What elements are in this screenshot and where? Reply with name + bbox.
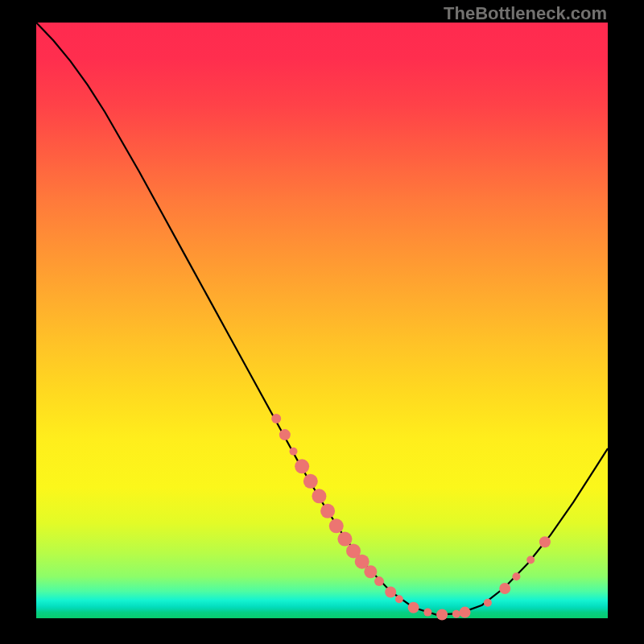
data-marker [512,572,520,580]
data-marker [337,532,352,547]
data-marker [374,576,384,586]
data-marker [364,565,377,578]
data-marker [436,609,448,621]
data-marker [408,602,419,613]
data-marker [303,474,318,489]
curve-path [36,23,608,615]
attribution-text: TheBottleneck.com [444,3,607,24]
data-marker [385,586,396,597]
data-marker [271,414,281,423]
data-marker [460,607,471,618]
data-marker [484,599,492,607]
data-marker [499,583,510,594]
data-marker [290,448,298,456]
chart-svg [36,23,608,618]
data-marker [295,459,309,473]
data-marker [452,610,460,618]
data-marker [395,595,403,603]
plot-area [36,23,608,618]
data-marker [329,518,344,533]
data-marker [279,429,291,440]
data-marker [539,536,551,547]
data-marker [320,504,335,518]
data-marker [312,489,326,503]
curve-line [36,23,608,615]
data-marker [423,609,431,617]
data-markers [271,414,551,620]
chart-container: TheBottleneck.com [0,0,644,644]
data-marker [526,555,535,564]
